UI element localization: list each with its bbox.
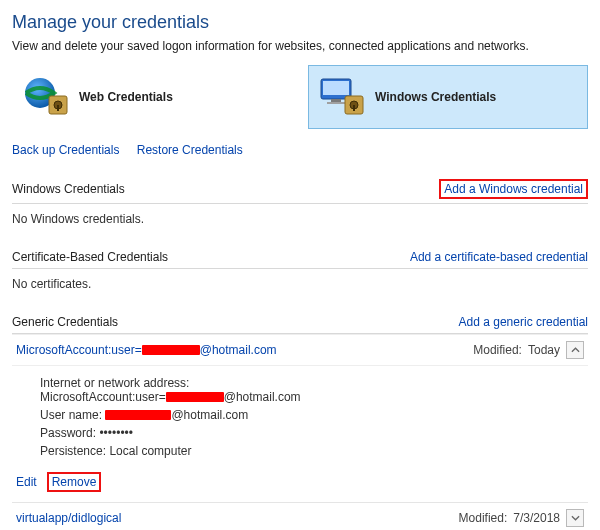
remove-credential-link[interactable]: Remove xyxy=(52,475,97,489)
backup-credentials-link[interactable]: Back up Credentials xyxy=(12,143,119,157)
certificate-section-empty: No certificates. xyxy=(12,269,588,305)
add-windows-credential-link[interactable]: Add a Windows credential xyxy=(444,182,583,196)
credential-type-tiles: Web Credentials Windows Credentials xyxy=(12,65,588,129)
windows-credentials-label: Windows Credentials xyxy=(375,90,496,104)
windows-credentials-section: Windows Credentials Add a Windows creden… xyxy=(12,179,588,240)
remove-highlight: Remove xyxy=(47,472,102,492)
credential-modified: Modified: 7/3/2018 xyxy=(459,509,584,527)
certificate-section-title: Certificate-Based Credentials xyxy=(12,250,168,264)
backup-restore-links: Back up Credentials Restore Credentials xyxy=(12,143,588,157)
credential-actions: Edit Remove xyxy=(12,468,588,496)
svg-rect-6 xyxy=(331,99,341,102)
svg-rect-7 xyxy=(327,102,345,104)
chevron-down-icon[interactable] xyxy=(566,509,584,527)
certificate-credentials-section: Certificate-Based Credentials Add a cert… xyxy=(12,250,588,305)
credential-modified: Modified: Today xyxy=(473,341,584,359)
credential-manager-page: Manage your credentials View and delete … xyxy=(0,0,600,530)
windows-section-empty: No Windows credentials. xyxy=(12,204,588,240)
add-windows-highlight: Add a Windows credential xyxy=(439,179,588,199)
credential-entry-msaccount[interactable]: MicrosoftAccount:user=@hotmail.com Modif… xyxy=(12,334,588,365)
page-subtitle: View and delete your saved logon informa… xyxy=(12,39,588,53)
svg-rect-10 xyxy=(353,105,355,111)
add-generic-credential-link[interactable]: Add a generic credential xyxy=(459,315,588,329)
edit-credential-link[interactable]: Edit xyxy=(16,475,37,489)
redaction-bar xyxy=(142,345,200,355)
generic-credentials-section: Generic Credentials Add a generic creden… xyxy=(12,315,588,530)
detail-password-label: Password: xyxy=(40,426,96,440)
chevron-up-icon[interactable] xyxy=(566,341,584,359)
redaction-bar xyxy=(166,392,224,402)
detail-persistence-label: Persistence: xyxy=(40,444,106,458)
web-credentials-label: Web Credentials xyxy=(79,90,173,104)
svg-rect-3 xyxy=(57,105,59,111)
credential-entry-title: virtualapp/didlogical xyxy=(16,511,121,525)
web-credentials-tile[interactable]: Web Credentials xyxy=(12,65,292,129)
globe-safe-icon xyxy=(23,76,71,118)
add-certificate-credential-link[interactable]: Add a certificate-based credential xyxy=(410,250,588,264)
credential-entry-virtualapp[interactable]: virtualapp/didlogical Modified: 7/3/2018 xyxy=(12,502,588,530)
windows-credentials-tile[interactable]: Windows Credentials xyxy=(308,65,588,129)
detail-username-label: User name: xyxy=(40,408,102,422)
password-mask: •••••••• xyxy=(99,426,133,440)
redaction-bar xyxy=(105,410,171,420)
restore-credentials-link[interactable]: Restore Credentials xyxy=(137,143,243,157)
generic-section-title: Generic Credentials xyxy=(12,315,118,329)
page-title: Manage your credentials xyxy=(12,12,588,33)
credential-entry-title: MicrosoftAccount:user=@hotmail.com xyxy=(16,343,277,357)
monitor-safe-icon xyxy=(319,76,367,118)
persistence-value: Local computer xyxy=(109,444,191,458)
detail-address-label: Internet or network address: xyxy=(40,376,189,390)
svg-rect-5 xyxy=(323,81,349,95)
windows-section-title: Windows Credentials xyxy=(12,182,125,196)
credential-details: Internet or network address: MicrosoftAc… xyxy=(12,365,588,468)
